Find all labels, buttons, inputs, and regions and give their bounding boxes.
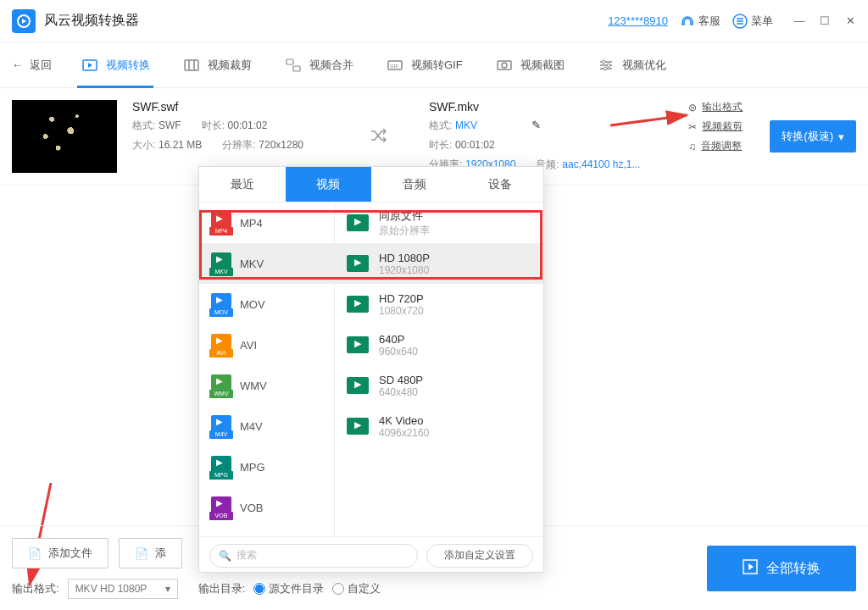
format-icon: MOV [211, 293, 231, 315]
main-toolbar: ← 返回 视频转换 视频裁剪 视频合并 GIF视频转GIF 视频截图 视频优化 [0, 42, 868, 88]
convert-icon [81, 56, 99, 75]
add-file-button[interactable]: 📄添加文件 [12, 538, 108, 568]
maximize-button[interactable]: ☐ [819, 14, 831, 27]
radio-source-dir[interactable]: 源文件目录 [253, 581, 324, 596]
svg-rect-7 [293, 66, 300, 71]
menu-label: 菜单 [751, 14, 773, 29]
shuffle-icon[interactable] [368, 125, 388, 148]
video-file-icon [347, 336, 369, 353]
format-dropdown: 最近 视频 音频 设备 MP4MP4MKVMKVMOVMOVAVIAVIWMVW… [198, 166, 544, 573]
dd-tab-audio[interactable]: 音频 [371, 167, 458, 202]
trim-icon [182, 56, 201, 75]
format-item-m4v[interactable]: M4VM4V [199, 406, 334, 446]
video-file-icon [347, 418, 369, 435]
output-format-label: 输出格式: [12, 581, 59, 596]
optimize-icon [597, 56, 615, 75]
titlebar: 风云视频转换器 123****8910 客服 菜单 — ☐ ✕ [0, 0, 868, 42]
video-file-icon [347, 255, 369, 272]
chevron-down-icon: ▾ [838, 130, 844, 143]
video-file-icon [347, 377, 369, 394]
dest-filename: SWF.mkv [429, 100, 649, 114]
output-format-link[interactable]: ⊜输出格式 [688, 100, 743, 114]
tab-optimize[interactable]: 视频优化 [593, 42, 670, 88]
format-list: MP4MP4MKVMKVMOVMOVAVIAVIWMVWMVM4VM4VMPGM… [199, 202, 335, 536]
format-item-mp4[interactable]: MP4MP4 [199, 202, 334, 243]
radio-on-icon [253, 583, 265, 595]
svg-point-13 [607, 64, 610, 67]
equalizer-icon: ♫ [688, 141, 696, 152]
support-button[interactable]: 客服 [680, 14, 721, 29]
format-icon: MP4 [211, 212, 231, 234]
tab-screenshot[interactable]: 视频截图 [492, 42, 568, 88]
arrow-left-icon: ← [12, 58, 23, 71]
dd-tab-device[interactable]: 设备 [458, 167, 544, 202]
format-item-mov[interactable]: MOVMOV [199, 284, 334, 324]
resolution-list: 同原文件原始分辨率HD 1080P1920x1080HD 720P1080x72… [335, 202, 543, 536]
dest-info: SWF.mkv 格式: MKV ✎ 时长: 00:01:02 分辨率: 1920… [429, 100, 649, 173]
search-input[interactable]: 🔍搜索 [209, 544, 418, 568]
minimize-button[interactable]: — [793, 14, 805, 27]
resolution-item[interactable]: 640P960x640 [335, 324, 543, 365]
app-title: 风云视频转换器 [44, 12, 139, 30]
radio-custom-dir[interactable]: 自定义 [332, 581, 381, 596]
format-icon: VOB [211, 496, 231, 518]
format-item-mkv[interactable]: MKVMKV [199, 243, 334, 284]
source-info: SWF.swf 格式: SWF 时长: 00:01:02 大小: 16.21 M… [132, 100, 353, 173]
dd-tab-video[interactable]: 视频 [286, 167, 372, 202]
radio-off-icon [332, 583, 344, 595]
format-icon: M4V [211, 415, 231, 437]
screenshot-icon [495, 56, 514, 75]
back-label: 返回 [30, 58, 52, 73]
svg-marker-1 [22, 19, 26, 24]
resolution-item[interactable]: HD 1080P1920x1080 [335, 243, 543, 284]
resolution-item[interactable]: 同原文件原始分辨率 [335, 202, 543, 243]
format-item-wmv[interactable]: WMVWMV [199, 365, 334, 406]
user-id[interactable]: 123****8910 [608, 14, 668, 27]
svg-marker-4 [88, 63, 92, 68]
add-custom-button[interactable]: 添加自定义设置 [426, 544, 533, 568]
edit-icon[interactable]: ✎ [531, 119, 541, 133]
gif-icon: GIF [386, 56, 404, 75]
video-trim-link[interactable]: ✂视频裁剪 [688, 119, 743, 134]
resolution-item[interactable]: HD 720P1080x720 [335, 284, 543, 324]
tab-video-gif[interactable]: GIF视频转GIF [382, 42, 466, 88]
menu-button[interactable]: 菜单 [732, 14, 773, 29]
video-file-icon [347, 296, 369, 313]
video-thumbnail[interactable] [12, 100, 117, 173]
add-folder-button[interactable]: 📄添 [119, 538, 182, 568]
format-item-vob[interactable]: VOBVOB [199, 487, 334, 528]
convert-button[interactable]: 转换(极速)▾ [770, 120, 856, 152]
play-icon [743, 559, 758, 578]
svg-text:GIF: GIF [390, 64, 398, 69]
headset-icon [680, 14, 695, 29]
action-column: ⊜输出格式 ✂视频裁剪 ♫音频调整 [688, 100, 743, 173]
tab-video-convert[interactable]: 视频转换 [77, 42, 153, 88]
format-icon: ⊜ [688, 102, 697, 114]
search-icon: 🔍 [219, 550, 231, 562]
resolution-item[interactable]: 4K Video4096x2160 [335, 406, 543, 446]
output-dir-label: 输出目录: [198, 581, 246, 596]
svg-marker-20 [748, 563, 754, 570]
audio-adjust-link[interactable]: ♫音频调整 [688, 139, 743, 153]
output-format-select[interactable]: MKV HD 1080P▾ [68, 579, 178, 599]
resolution-item[interactable]: SD 480P640x480 [335, 365, 543, 406]
merge-icon [284, 56, 303, 75]
tab-video-trim[interactable]: 视频裁剪 [179, 42, 255, 88]
folder-icon: 📄 [135, 547, 148, 560]
file-plus-icon: 📄 [28, 547, 42, 560]
tab-video-merge[interactable]: 视频合并 [281, 42, 357, 88]
format-item-mpg[interactable]: MPGMPG [199, 446, 334, 487]
svg-point-11 [502, 63, 507, 68]
format-icon: MKV [211, 252, 231, 274]
close-button[interactable]: ✕ [844, 14, 856, 27]
convert-all-button[interactable]: 全部转换 [707, 546, 856, 591]
svg-point-12 [602, 60, 605, 64]
dd-tab-recent[interactable]: 最近 [199, 167, 286, 202]
back-button[interactable]: ← 返回 [12, 58, 52, 73]
video-file-icon [347, 214, 369, 231]
svg-rect-6 [287, 59, 293, 64]
format-icon: WMV [211, 374, 231, 396]
svg-point-14 [604, 67, 607, 70]
format-icon: AVI [211, 334, 231, 356]
format-item-avi[interactable]: AVIAVI [199, 324, 334, 365]
